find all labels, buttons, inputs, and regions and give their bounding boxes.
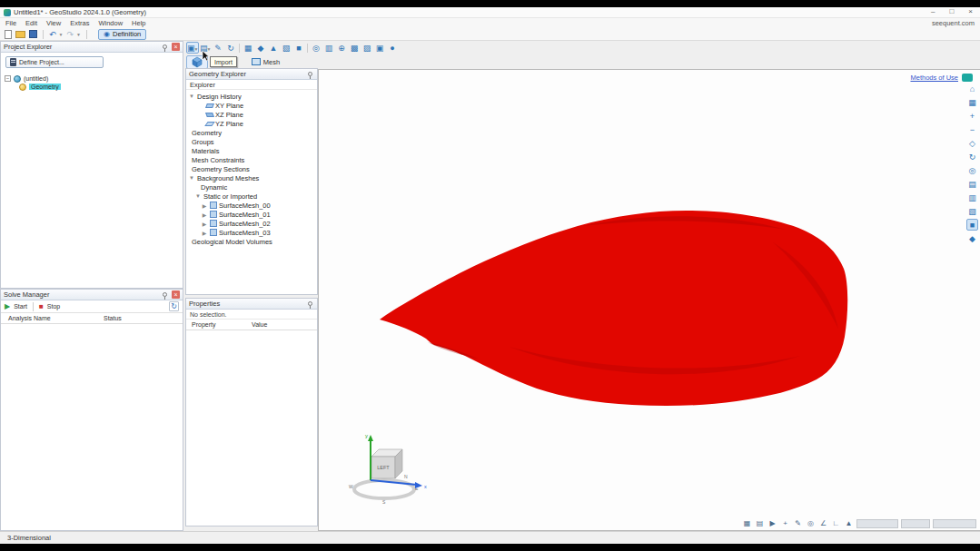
expander-icon[interactable]: ▼ <box>194 193 202 199</box>
start-icon[interactable]: ▶ <box>5 302 10 310</box>
menu-edit[interactable]: Edit <box>25 19 37 27</box>
x-coordinate-readout[interactable] <box>856 519 898 528</box>
tree-item-static-or-imported[interactable]: ▼Static or Imported <box>186 192 317 201</box>
menu-file[interactable]: File <box>5 19 16 27</box>
maximize-button[interactable]: □ <box>949 7 954 15</box>
tree-item-geometry[interactable]: Geometry <box>5 83 61 91</box>
tree-item-xy-plane[interactable]: XY Plane <box>186 101 317 110</box>
tree-item-geometry[interactable]: Geometry <box>186 128 317 137</box>
column-analysis-name[interactable]: Analysis Name <box>8 315 51 321</box>
play-view-icon[interactable]: ▶ <box>767 518 777 528</box>
top-view-icon[interactable]: ▥ <box>966 192 978 203</box>
grid-toggle-icon[interactable]: ▦ <box>742 518 752 528</box>
zoom-extents-icon[interactable]: ▦ <box>966 96 978 108</box>
stop-button[interactable]: Stop <box>47 303 60 310</box>
tree-item-mesh-constraints[interactable]: Mesh Constraints <box>186 155 317 164</box>
surface-mesh-icon[interactable]: ▧ <box>280 42 292 54</box>
redo-dropdown-icon[interactable]: ▼ <box>76 32 81 37</box>
zoom-window-icon[interactable]: ◇ <box>966 137 978 149</box>
scene-canvas[interactable]: W S E N LEFT y x <box>319 70 980 532</box>
wireframe-view-icon[interactable]: ▧ <box>966 205 978 217</box>
angle-tool-icon[interactable]: ∠ <box>818 518 828 528</box>
extrude-icon[interactable]: ▲ <box>267 42 280 54</box>
tree-item-surfacemesh-00[interactable]: ▶SurfaceMesh_00 <box>186 201 317 210</box>
menu-extras[interactable]: Extras <box>70 19 89 27</box>
solid-icon[interactable]: ■ <box>292 42 305 54</box>
start-button[interactable]: Start <box>14 303 27 310</box>
pin-icon[interactable] <box>163 44 167 49</box>
undo-dropdown-icon[interactable]: ▼ <box>59 32 64 37</box>
orbit-icon[interactable]: ↻ <box>966 151 978 162</box>
front-view-icon[interactable]: ▤ <box>966 178 978 190</box>
expander-icon[interactable]: ▶ <box>201 230 208 236</box>
tree-item-groups[interactable]: Groups <box>186 137 317 146</box>
viewport-3d[interactable]: Methods of Use W S E N LEFT y <box>318 69 980 531</box>
tree-item-design-history[interactable]: ▼Design History <box>186 92 317 101</box>
pin-icon[interactable] <box>308 301 312 306</box>
expander-icon[interactable]: ▶ <box>201 212 208 218</box>
rotate-icon[interactable]: ↻ <box>224 42 237 54</box>
delete-mesh-icon[interactable]: ▣ <box>373 42 386 54</box>
expander-icon[interactable]: ▶ <box>201 202 208 209</box>
menu-view[interactable]: View <box>46 19 61 27</box>
z-coordinate-readout[interactable] <box>933 519 976 528</box>
pin-icon[interactable] <box>163 292 167 297</box>
tree-item-geological-model-volumes[interactable]: Geological Model Volumes <box>186 237 317 246</box>
zoom-in-icon[interactable]: + <box>966 110 978 122</box>
zoom-tool-icon[interactable]: + <box>780 518 790 528</box>
tree-item-yz-plane[interactable]: YZ Plane <box>186 119 317 128</box>
mesh-settings-icon[interactable]: ● <box>386 42 399 54</box>
define-project-button[interactable]: Define Project... <box>5 56 104 68</box>
collapse-icon[interactable]: − <box>5 75 11 82</box>
tree-item-xz-plane[interactable]: XZ Plane <box>186 110 317 119</box>
minimize-button[interactable]: – <box>931 7 935 15</box>
y-coordinate-readout[interactable] <box>901 519 930 528</box>
tree-item-materials[interactable]: Materials <box>186 146 317 155</box>
orientation-widget[interactable]: W S E N LEFT y x <box>349 433 427 505</box>
draw-tool-icon[interactable]: ✎ <box>793 518 803 528</box>
point-icon[interactable]: ◆ <box>254 42 267 54</box>
column-status[interactable]: Status <box>104 315 122 321</box>
tree-item-surfacemesh-02[interactable]: ▶SurfaceMesh_02 <box>186 219 317 228</box>
column-value[interactable]: Value <box>252 321 267 328</box>
column-property[interactable]: Property <box>192 321 215 328</box>
copy-volume-icon[interactable]: ▨ <box>361 42 373 54</box>
expander-icon[interactable]: ▼ <box>188 93 195 99</box>
mesh-tab[interactable]: Mesh <box>248 55 283 68</box>
sphere-icon[interactable]: ◎ <box>310 42 322 54</box>
tree-item-untitled[interactable]: − (untitled) <box>5 74 61 83</box>
snap-toggle-icon[interactable]: ▤ <box>755 518 765 528</box>
pointer-tool-icon[interactable]: ▲ <box>844 518 854 528</box>
orbit-tool-icon[interactable]: ◎ <box>806 518 816 528</box>
close-panel-icon[interactable]: × <box>172 290 180 299</box>
home-view-icon[interactable]: ⌂ <box>966 83 978 94</box>
site-link[interactable]: seequent.com <box>932 19 975 27</box>
look-at-icon[interactable]: ◎ <box>966 164 978 176</box>
menu-help[interactable]: Help <box>132 19 145 27</box>
intersect-icon[interactable]: ▩ <box>348 42 361 54</box>
sketch-icon[interactable]: ✎ <box>212 42 224 54</box>
close-panel-icon[interactable]: × <box>172 43 180 51</box>
undo-icon[interactable]: ↶ <box>49 30 56 39</box>
shaded-view-icon[interactable]: ■ <box>966 219 978 231</box>
ortho-toggle-icon[interactable]: ∟ <box>831 518 841 528</box>
zoom-out-icon[interactable]: − <box>966 123 978 135</box>
new-document-icon[interactable] <box>5 30 12 39</box>
stop-icon[interactable]: ■ <box>39 302 44 310</box>
revolve-icon[interactable]: ⊕ <box>335 42 348 54</box>
tree-item-background-meshes[interactable]: ▼Background Meshes <box>186 173 317 182</box>
close-button[interactable]: × <box>968 7 973 15</box>
tree-item-dynamic[interactable]: Dynamic <box>186 182 317 192</box>
menu-window[interactable]: Window <box>98 19 123 27</box>
import-mesh-icon[interactable]: ▣▼ <box>186 42 199 54</box>
explorer-section-label[interactable]: Explorer <box>186 80 317 90</box>
tree-item-geometry-sections[interactable]: Geometry Sections <box>186 164 317 173</box>
draw-icon[interactable]: ▦ <box>242 42 254 54</box>
definition-button[interactable]: ◉ Definition <box>98 29 146 40</box>
tree-item-surfacemesh-03[interactable]: ▶SurfaceMesh_03 <box>186 228 317 237</box>
tree-item-surfacemesh-01[interactable]: ▶SurfaceMesh_01 <box>186 210 317 219</box>
expander-icon[interactable]: ▶ <box>201 221 208 227</box>
redo-icon[interactable]: ↷ <box>67 30 74 39</box>
expander-icon[interactable]: ▼ <box>188 175 195 181</box>
open-folder-icon[interactable] <box>15 31 25 38</box>
